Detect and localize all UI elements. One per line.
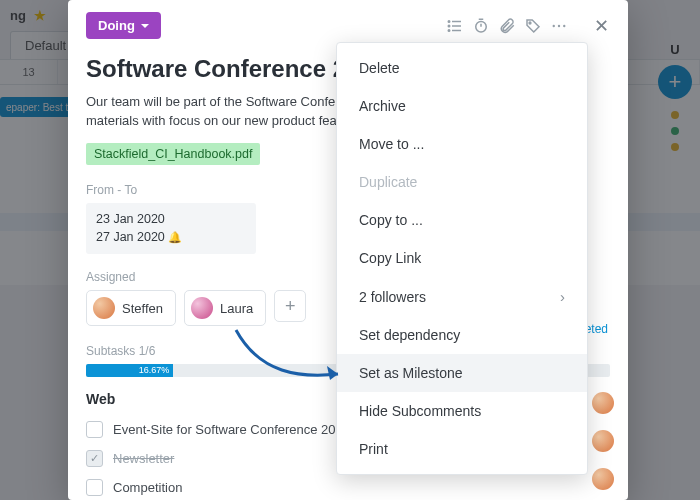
chevron-down-icon [141,24,149,28]
svg-point-3 [448,20,450,22]
date-to: 27 Jan 2020 [96,230,165,244]
date-range-field[interactable]: 23 Jan 2020 27 Jan 2020🔔 [86,203,256,255]
timer-icon[interactable] [472,17,490,35]
menu-duplicate: Duplicate [337,163,587,201]
avatar[interactable] [592,430,614,452]
menu-copy-to[interactable]: Copy to ... [337,201,587,239]
menu-followers[interactable]: 2 followers› [337,277,587,316]
subtask-row[interactable]: Competition [86,473,610,500]
svg-point-5 [448,29,450,31]
svg-point-12 [563,24,565,26]
assignee-chip[interactable]: Laura [184,290,266,326]
subtask-text: Event-Site for Software Conference 2017 [113,422,350,437]
menu-archive[interactable]: Archive [337,87,587,125]
date-from: 23 Jan 2020 [96,210,246,229]
add-assignee-button[interactable]: + [274,290,306,322]
avatar[interactable] [592,468,614,490]
menu-print[interactable]: Print [337,430,587,468]
status-label: Doing [98,18,135,33]
subtask-text: Competition [113,480,182,495]
more-icon[interactable] [550,17,568,35]
reminder-icon: 🔔 [168,231,182,243]
menu-hide-subcomments[interactable]: Hide Subcomments [337,392,587,430]
assignee-name: Laura [220,301,253,316]
attachment-chip[interactable]: Stackfield_CI_Handbook.pdf [86,143,260,165]
assignee-name: Steffen [122,301,163,316]
checkbox[interactable] [86,479,103,496]
attachment-icon[interactable] [498,17,516,35]
list-icon[interactable] [446,17,464,35]
menu-delete[interactable]: Delete [337,49,587,87]
svg-point-4 [448,25,450,27]
checkbox[interactable] [86,421,103,438]
menu-set-milestone[interactable]: Set as Milestone [337,354,587,392]
menu-move-to[interactable]: Move to ... [337,125,587,163]
svg-point-11 [558,24,560,26]
chevron-right-icon: › [560,288,565,305]
avatar[interactable] [592,392,614,414]
close-icon[interactable]: ✕ [592,17,610,35]
subtask-avatars [592,392,614,490]
svg-point-9 [529,22,531,24]
tag-icon[interactable] [524,17,542,35]
checkbox-checked[interactable]: ✓ [86,450,103,467]
context-menu: Delete Archive Move to ... Duplicate Cop… [336,42,588,475]
assignee-chip[interactable]: Steffen [86,290,176,326]
status-dropdown[interactable]: Doing [86,12,161,39]
avatar [191,297,213,319]
menu-set-dependency[interactable]: Set dependency [337,316,587,354]
avatar [93,297,115,319]
menu-copy-link[interactable]: Copy Link [337,239,587,277]
svg-point-10 [553,24,555,26]
subtask-text: Newsletter [113,451,174,466]
progress-fill: 16.67% [86,364,173,377]
